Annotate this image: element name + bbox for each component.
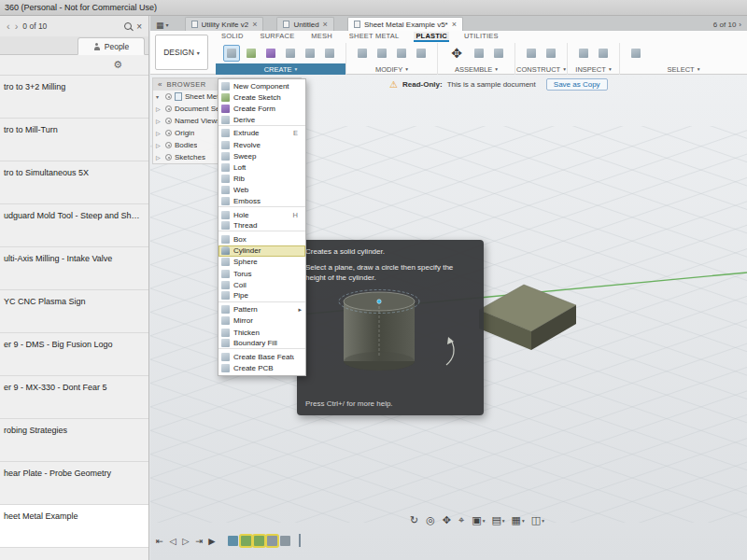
ribbon-tab[interactable]: PLASTIC: [414, 32, 448, 42]
go-to-end-button[interactable]: ⇥: [193, 536, 204, 546]
create-menu-item[interactable]: Sweep: [218, 150, 305, 161]
zoom-icon[interactable]: ⌖: [458, 515, 465, 525]
create-menu-item[interactable]: Loft: [218, 161, 305, 173]
visibility-icon[interactable]: [165, 118, 172, 124]
visibility-icon[interactable]: [165, 142, 172, 148]
joint-tool-icon[interactable]: [490, 45, 507, 62]
tab-people[interactable]: People: [78, 37, 145, 55]
ribbon-tab[interactable]: MESH: [309, 32, 333, 42]
measure-tool-icon[interactable]: [575, 45, 592, 62]
primitive-tool-icon[interactable]: [223, 45, 240, 62]
project-list-item[interactable]: udguard Mold Tool - Steep and Shall...: [0, 204, 148, 247]
create-menu-item[interactable]: Box: [218, 233, 305, 245]
ribbon-tab[interactable]: SURFACE: [259, 32, 297, 42]
inspect-group-dropdown[interactable]: INSPECT ▾: [568, 63, 619, 75]
step-back-button[interactable]: ◁: [167, 536, 178, 546]
flange-feature-icon[interactable]: [280, 536, 290, 546]
search-icon[interactable]: [124, 22, 132, 30]
assemble-group-dropdown[interactable]: ASSEMBLE ▾: [438, 63, 514, 75]
plane-offset-tool-icon[interactable]: [523, 45, 540, 62]
expand-icon[interactable]: ▷: [156, 105, 162, 112]
modify-group-dropdown[interactable]: MODIFY ▾: [346, 63, 437, 75]
create-menu-item[interactable]: Torus: [218, 268, 305, 279]
create-menu-item[interactable]: Boundary Fill: [218, 338, 305, 349]
new-component-tool-icon[interactable]: [471, 45, 487, 62]
project-list-item[interactable]: YC CNC Plasma Sign: [0, 290, 148, 333]
play-button[interactable]: ▶: [206, 536, 218, 546]
create-menu-item[interactable]: Revolve: [218, 139, 305, 150]
display-settings-icon[interactable]: ▤ ▾: [491, 515, 504, 525]
expand-icon[interactable]: ▷: [156, 154, 162, 161]
close-panel-icon[interactable]: ×: [136, 21, 142, 32]
create-menu-item[interactable]: Rib: [218, 174, 305, 185]
look-at-icon[interactable]: ◎: [426, 515, 436, 525]
visibility-icon[interactable]: [165, 93, 172, 100]
project-list-item[interactable]: tro to Mill-Turn: [0, 119, 148, 161]
create-menu-item[interactable]: Extrude E: [218, 128, 305, 139]
grid-settings-icon[interactable]: ▦ ▾: [512, 515, 525, 525]
shell-tool-icon[interactable]: [393, 45, 410, 62]
create-menu-item[interactable]: Mirror: [218, 315, 305, 327]
visibility-icon[interactable]: [165, 130, 172, 136]
create-menu-item[interactable]: Web: [218, 185, 305, 196]
workspace-switcher[interactable]: DESIGN ▾: [155, 35, 208, 70]
create-menu-item[interactable]: Derive: [218, 115, 305, 126]
expand-icon[interactable]: ▷: [156, 130, 162, 136]
create-menu-item[interactable]: Pattern ▸: [218, 304, 305, 315]
create-menu-item[interactable]: Create Base Feature: [218, 351, 305, 362]
base-feature-icon[interactable]: [228, 536, 238, 546]
project-list-item[interactable]: heet Metal Example: [0, 505, 148, 548]
ribbon-tab[interactable]: SOLID: [219, 32, 246, 42]
project-list-item[interactable]: er 9 - MX-330 - Dont Fear 5: [0, 376, 148, 419]
project-list-item[interactable]: tro to Simultaneous 5X: [0, 161, 148, 204]
create-menu-item[interactable]: Thread: [218, 220, 305, 231]
close-icon[interactable]: ×: [323, 20, 328, 29]
close-icon[interactable]: ×: [452, 20, 457, 29]
create-menu-item[interactable]: Sphere: [218, 257, 305, 268]
sketch-tool-icon[interactable]: [243, 45, 260, 62]
create-menu-item[interactable]: Create PCB: [218, 363, 305, 374]
create-menu-item[interactable]: Create Sketch: [218, 91, 305, 103]
timeline-position-marker[interactable]: [299, 534, 301, 547]
sketch-feature-icon[interactable]: [241, 536, 251, 546]
section-tool-icon[interactable]: [595, 45, 612, 62]
viewport[interactable]: « BROWSER ▾ Sheet Metal Ex... ▷ Docu: [150, 75, 747, 560]
revolve-tool-icon[interactable]: [302, 45, 318, 62]
create-menu-item[interactable]: Cylinder: [218, 245, 305, 257]
chevron-right-icon[interactable]: ›: [739, 21, 741, 29]
form-tool-icon[interactable]: [262, 45, 279, 62]
expand-icon[interactable]: ▾: [156, 93, 162, 100]
project-list-item[interactable]: robing Strategies: [0, 419, 148, 462]
project-list-item[interactable]: er 9 - DMS - Big Fusion Logo: [0, 333, 148, 376]
document-tab[interactable]: Utility Knife v2 ×: [185, 17, 264, 31]
save-as-copy-button[interactable]: Save as Copy: [546, 78, 608, 91]
hole-tool-icon[interactable]: [321, 45, 338, 62]
create-menu-item[interactable]: Coil: [218, 279, 305, 290]
orbit-icon[interactable]: ↻: [410, 515, 419, 525]
sketch-feature-icon[interactable]: [254, 536, 264, 546]
combine-tool-icon[interactable]: [413, 45, 430, 62]
create-menu-item[interactable]: Thicken: [218, 327, 305, 338]
expand-icon[interactable]: ▷: [156, 118, 162, 124]
ribbon-tab[interactable]: SHEET METAL: [347, 32, 402, 42]
project-list-item[interactable]: hear Plate - Probe Geometry: [0, 462, 148, 505]
extrude-tool-icon[interactable]: [282, 45, 299, 62]
ribbon-tab[interactable]: UTILITIES: [462, 32, 500, 42]
viewports-icon[interactable]: ◫ ▾: [531, 515, 544, 525]
create-menu-item[interactable]: Pipe: [218, 290, 305, 301]
create-menu-item[interactable]: New Component: [218, 80, 305, 91]
flange-feature-icon[interactable]: [267, 536, 277, 546]
project-list-item[interactable]: tro to 3+2 Milling: [0, 76, 148, 119]
visibility-icon[interactable]: [165, 105, 172, 112]
document-tab[interactable]: Untitled ×: [276, 17, 333, 31]
close-icon[interactable]: ×: [252, 20, 257, 29]
step-forward-button[interactable]: ▷: [180, 536, 191, 546]
document-tab[interactable]: Sheet Metal Example v5* ×: [347, 17, 463, 31]
press-pull-tool-icon[interactable]: [354, 45, 371, 62]
create-menu-item[interactable]: Create Form: [218, 103, 305, 114]
fit-icon[interactable]: ▣ ▾: [472, 515, 485, 525]
visibility-icon[interactable]: [165, 154, 172, 161]
pan-icon[interactable]: ✥: [443, 515, 452, 525]
create-group-dropdown[interactable]: CREATE ▾: [216, 63, 345, 75]
create-menu-item[interactable]: Hole H: [218, 209, 305, 220]
